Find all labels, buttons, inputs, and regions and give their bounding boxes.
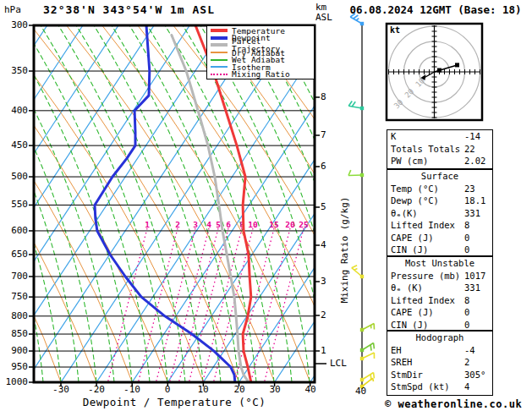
hodograph-stats-box: Hodograph EH-4SREH2StmDir305°StmSpd (kt)… (387, 331, 493, 396)
stat-row: Temp (°C)23 (387, 183, 492, 195)
stat-label: CIN (J) (391, 320, 428, 330)
stat-label: θₑ (K) (391, 282, 423, 293)
stat-label: Totals Totals (391, 144, 460, 154)
mixing-ratio-label: 3 (193, 220, 198, 229)
stat-value: 0 (464, 244, 469, 256)
station-title: 32°38'N 343°54'W 1m ASL (34, 3, 224, 16)
stat-row: Totals Totals22 (387, 143, 492, 156)
stat-row: CAPE (J)0 (387, 232, 492, 244)
hodograph-ring-label: 20 (403, 87, 416, 100)
stat-label: θₑ(K) (391, 208, 418, 218)
mixing-ratio-label: 2 (175, 220, 180, 229)
stat-row: K-14 (387, 130, 492, 143)
legend-swatch-solid-thick (211, 43, 228, 47)
mixing-ratio-labels: 123456810152025 (145, 220, 309, 229)
stat-label: CAPE (J) (391, 307, 434, 317)
stat-row: EH-4 (387, 344, 492, 357)
most-unstable-box: Most Unstable Pressure (mb)1017θₑ (K)331… (387, 256, 493, 331)
mixing-ratio-axis-caption: Mixing Ratio (g/kg) (339, 191, 350, 310)
stat-row: Dewp (°C)18.1 (387, 195, 492, 207)
stat-value: 331 (464, 207, 480, 220)
legend-item: Mixing Ratio (211, 71, 314, 79)
pressure-unit-label: hPa (4, 4, 21, 15)
stat-row: CIN (J)0 (387, 244, 492, 256)
mixing-ratio-label: 1 (145, 220, 150, 229)
stat-value: 305° (464, 369, 485, 381)
legend-swatch-solid-thin (211, 66, 228, 68)
stat-row: PW (cm)2.02 (387, 155, 492, 167)
stat-row: SREH2 (387, 356, 492, 369)
stat-label: K (391, 131, 396, 141)
stat-label: CAPE (J) (391, 233, 434, 243)
stat-value: 8 (464, 219, 469, 232)
mixing-ratio-label: 15 (269, 220, 279, 229)
stat-value: 331 (464, 282, 480, 294)
stat-row: θₑ (K)331 (387, 282, 492, 294)
skewt-sounding-chart: 123456810152025102030 hPa 32°38'N 343°54… (0, 0, 532, 411)
stat-row: Lifted Index8 (387, 294, 492, 307)
stat-row: Lifted Index8 (387, 219, 492, 232)
legend-swatch-solid-thick (211, 29, 228, 32)
x-axis-caption: Dewpoint / Temperature (°C) (34, 396, 315, 408)
stat-row: CAPE (J)0 (387, 306, 492, 319)
stat-value: 23 (464, 183, 475, 195)
stat-value: 4 (464, 381, 469, 393)
stat-row: Pressure (mb)1017 (387, 270, 492, 282)
stat-value: 8 (464, 294, 469, 307)
hodograph: 102030 (387, 24, 482, 120)
legend-swatch-solid-thin (211, 52, 228, 53)
stat-value: 22 (464, 143, 475, 156)
surface-box: Surface Temp (°C)23Dewp (°C)18.1θₑ(K)331… (387, 169, 493, 256)
legend-box: TemperatureDewpointParcel TrajectoryDry … (206, 25, 315, 79)
stat-value: 1017 (464, 270, 485, 282)
mixing-ratio-label: 10 (248, 220, 258, 229)
credit-footer: © weatheronline.co.uk (385, 398, 522, 410)
stat-row: θₑ(K)331 (387, 207, 492, 220)
mixing-ratio-label: 20 (285, 220, 295, 229)
legend-swatch-dotted (211, 74, 228, 75)
most-unstable-box-title: Most Unstable (387, 257, 492, 270)
stat-value: 0 (464, 232, 469, 244)
wind-barb-staff (348, 14, 374, 389)
stat-value: 18.1 (464, 195, 485, 207)
stat-label: EH (391, 345, 402, 355)
legend-label: Mixing Ratio (232, 70, 290, 78)
stat-row: StmSpd (kt)4 (387, 381, 492, 393)
hodograph-stats-box-title: Hodograph (387, 332, 492, 344)
stat-row: StmDir305° (387, 369, 492, 381)
stat-label: Dewp (°C) (391, 195, 439, 206)
mixing-ratio-label: 4 (206, 220, 211, 229)
hodograph-unit-label: kt (390, 25, 400, 35)
stat-value: -14 (464, 130, 480, 143)
stat-label: Temp (°C) (391, 184, 439, 194)
stat-value: 0 (464, 306, 469, 319)
stat-label: Pressure (mb) (391, 271, 460, 281)
asl-axis-unit: ASL (315, 12, 332, 23)
stat-label: Lifted Index (391, 220, 455, 230)
surface-box-title: Surface (387, 170, 492, 183)
stat-label: StmDir (391, 370, 423, 380)
stat-row: CIN (J)0 (387, 319, 492, 332)
stat-label: StmSpd (kt) (391, 381, 450, 392)
mixing-ratio-label: 6 (226, 220, 231, 229)
staff-bottom-label: 40 (355, 386, 366, 397)
datetime-title: 06.08.2024 12GMT (Base: 18) (342, 3, 529, 16)
legend-swatch-solid-thin (211, 59, 228, 61)
stat-value: 0 (464, 319, 469, 332)
hodograph-ring-label: 30 (392, 98, 405, 111)
stat-label: CIN (J) (391, 244, 428, 255)
stat-label: SREH (391, 357, 412, 367)
stat-value: 2 (464, 356, 469, 369)
stat-value: -4 (464, 344, 475, 357)
stat-label: PW (cm) (391, 156, 428, 166)
stat-label: Lifted Index (391, 295, 455, 305)
stat-value: 2.02 (464, 155, 485, 167)
lcl-label: LCL (330, 359, 347, 369)
indices-box: K-14Totals Totals22PW (cm)2.02 (387, 129, 493, 169)
mixing-ratio-label: 25 (299, 220, 309, 229)
legend-swatch-solid-thick (211, 36, 228, 40)
